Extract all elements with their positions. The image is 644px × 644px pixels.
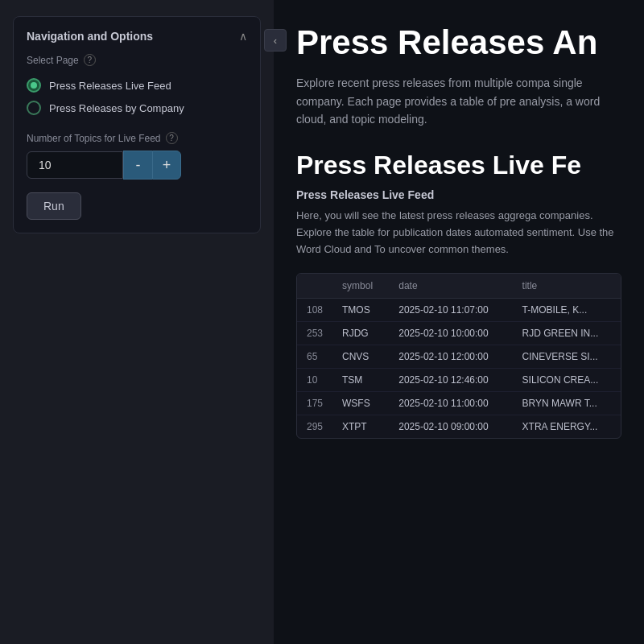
topics-label: Number of Topics for Live Feed ? [27,132,247,144]
nav-options-panel: Navigation and Options ∧ Select Page ? P… [13,16,261,233]
cell-title: SILICON CREA... [513,368,621,391]
col-header-symbol: symbol [332,274,389,299]
topics-help-icon[interactable]: ? [166,132,178,144]
table-row[interactable]: 295 XTPT 2025-02-10 09:00:00 XTRA ENERGY… [297,415,621,438]
cell-symbol: TSM [332,368,389,391]
cell-title: BRYN MAWR T... [513,391,621,415]
radio-by-company[interactable]: Press Releases by Company [27,97,247,119]
panel-title: Navigation and Options [27,30,153,43]
cell-title: CINEVERSE SI... [513,345,621,368]
cell-title: RJD GREEN IN... [513,321,621,345]
cell-date: 2025-02-10 11:00:00 [389,391,512,415]
cell-id: 175 [297,391,332,415]
table-body: 108 TMOS 2025-02-10 11:07:00 T-MOBILE, K… [297,298,621,438]
section-label: Press Releases Live Feed [296,188,621,201]
cell-date: 2025-02-10 11:07:00 [389,298,512,321]
panel-header: Navigation and Options ∧ [27,30,247,43]
main-content: Press Releases An Explore recent press r… [274,0,644,644]
cell-date: 2025-02-10 12:46:00 [389,368,512,391]
cell-symbol: XTPT [332,415,389,438]
topics-section: Number of Topics for Live Feed ? 10 - + [27,132,247,180]
topics-value[interactable]: 10 [27,151,123,179]
cell-id: 65 [297,345,332,368]
page-heading: Press Releases An [296,24,621,61]
col-header-id [297,274,332,299]
radio-circle-by-company [27,101,41,115]
cell-symbol: WSFS [332,391,389,415]
decrement-button[interactable]: - [123,151,152,180]
run-button[interactable]: Run [27,192,81,220]
collapse-button[interactable]: ‹ [264,29,287,52]
sidebar: ‹ Navigation and Options ∧ Select Page ?… [0,0,274,644]
cell-title: XTRA ENERGY... [513,415,621,438]
radio-live-feed[interactable]: Press Releases Live Feed [27,74,247,97]
cell-symbol: RJDG [332,321,389,345]
cell-date: 2025-02-10 12:00:00 [389,345,512,368]
col-header-date: date [389,274,512,299]
cell-date: 2025-02-10 10:00:00 [389,321,512,345]
col-header-title: title [513,274,621,299]
cell-symbol: TMOS [332,298,389,321]
table-row[interactable]: 65 CNVS 2025-02-10 12:00:00 CINEVERSE SI… [297,345,621,368]
cell-id: 10 [297,368,332,391]
radio-label-by-company: Press Releases by Company [49,102,184,114]
table-row[interactable]: 253 RJDG 2025-02-10 10:00:00 RJD GREEN I… [297,321,621,345]
press-releases-table: symbol date title 108 TMOS 2025-02-10 11… [297,274,621,438]
number-input-row: 10 - + [27,151,247,180]
select-page-help-icon[interactable]: ? [84,54,96,66]
cell-symbol: CNVS [332,345,389,368]
radio-label-live-feed: Press Releases Live Feed [49,80,171,92]
cell-title: T-MOBILE, K... [513,298,621,321]
cell-id: 295 [297,415,332,438]
table-header: symbol date title [297,274,621,299]
table-row[interactable]: 175 WSFS 2025-02-10 11:00:00 BRYN MAWR T… [297,391,621,415]
section-heading: Press Releases Live Fe [296,151,621,180]
select-page-label: Select Page ? [27,54,247,66]
section-description: Here, you will see the latest press rele… [296,208,621,258]
press-releases-table-container: symbol date title 108 TMOS 2025-02-10 11… [296,273,621,439]
table-row[interactable]: 10 TSM 2025-02-10 12:46:00 SILICON CREA.… [297,368,621,391]
chevron-up-icon[interactable]: ∧ [239,30,247,43]
cell-id: 253 [297,321,332,345]
increment-button[interactable]: + [152,151,181,180]
radio-circle-live-feed [27,78,41,93]
cell-date: 2025-02-10 09:00:00 [389,415,512,438]
cell-id: 108 [297,298,332,321]
chevron-left-icon: ‹ [274,35,277,47]
page-description: Explore recent press releases from multi… [296,74,621,128]
table-row[interactable]: 108 TMOS 2025-02-10 11:07:00 T-MOBILE, K… [297,298,621,321]
